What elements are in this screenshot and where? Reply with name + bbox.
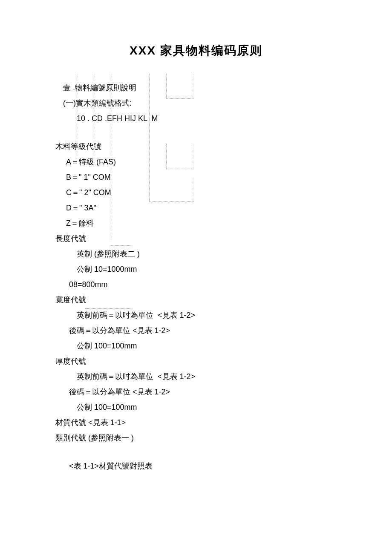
grade-a: A＝特級 (FAS) — [55, 154, 337, 170]
thickness-heading: 厚度代號 — [55, 354, 337, 369]
table-1-1-title: <表 1-1>材質代號對照表 — [55, 458, 337, 474]
thickness-imperial-front: 英制前碼＝以吋為單位 <見表 1-2> — [55, 369, 337, 384]
code-line: 10 . CD .EFH HIJ KL M — [55, 111, 337, 126]
grade-c: C＝" 2" COM — [55, 185, 337, 200]
document-title: XXX 家具物料编码原则 — [55, 43, 337, 59]
subheading-wood-format: (一)實木類編號格式: — [55, 95, 337, 111]
heading-principle: 壹 .物料編號原則說明 — [55, 80, 337, 95]
grade-d: D＝" 3A" — [55, 200, 337, 216]
width-heading: 寬度代號 — [55, 292, 337, 308]
material-code: 材質代號 <見表 1-1> — [55, 415, 337, 430]
width-imperial-back: 後碼＝以分為單位 <見表 1-2> — [55, 323, 337, 338]
category-code: 類別代號 (參照附表一 ) — [55, 430, 337, 446]
length-metric-1: 公制 10=1000mm — [55, 262, 337, 277]
length-imperial: 英制 (參照附表二 ) — [55, 246, 337, 262]
document-page: XXX 家具物料编码原则 壹 .物料編號原則說明 (一)實木類編號格式: 10 … — [0, 0, 392, 474]
length-heading: 長度代號 — [55, 231, 337, 246]
grade-z: Z＝餘料 — [55, 216, 337, 231]
grade-heading: 木料等級代號 — [55, 139, 337, 154]
width-metric: 公制 100=100mm — [55, 338, 337, 354]
thickness-metric: 公制 100=100mm — [55, 400, 337, 415]
thickness-imperial-back: 後碼＝以分為單位 <見表 1-2> — [55, 384, 337, 400]
document-content: 壹 .物料編號原則說明 (一)實木類編號格式: 10 . CD .EFH HIJ… — [55, 80, 337, 474]
width-imperial-front: 英制前碼＝以吋為單位 <見表 1-2> — [55, 308, 337, 323]
grade-b: B＝" 1" COM — [55, 170, 337, 185]
length-metric-2: 08=800mm — [55, 277, 337, 292]
